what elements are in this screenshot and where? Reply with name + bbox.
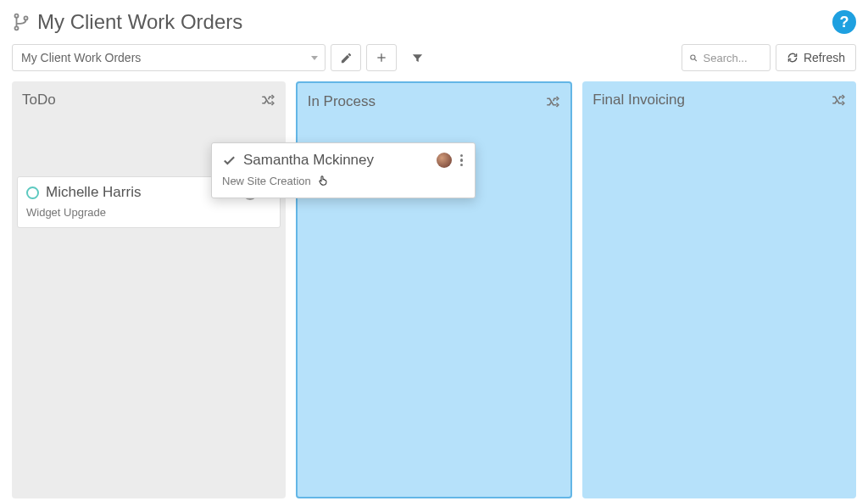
help-icon[interactable]: ? <box>832 10 856 34</box>
shuffle-icon[interactable] <box>260 92 275 108</box>
work-order-card-dragging[interactable]: Samantha Mckinney New Site Creation <box>211 142 476 198</box>
edit-button[interactable] <box>331 44 361 71</box>
branch-icon <box>12 13 31 31</box>
page-header: My Client Work Orders ? <box>12 7 856 42</box>
card-title: Samantha Mckinney <box>243 152 430 169</box>
search-input[interactable] <box>704 52 763 64</box>
page-title: My Client Work Orders <box>37 10 832 34</box>
add-button[interactable] <box>366 44 397 71</box>
check-icon <box>222 153 236 168</box>
view-select-label: My Client Work Orders <box>21 51 141 64</box>
avatar <box>437 153 452 168</box>
toolbar: My Client Work Orders Refresh <box>12 42 856 81</box>
column-title: Final Invoicing <box>593 92 831 109</box>
column-header: ToDo <box>12 81 286 119</box>
refresh-button[interactable]: Refresh <box>776 44 856 71</box>
column-header: In Process <box>298 83 571 120</box>
svg-point-0 <box>14 14 18 18</box>
filter-icon <box>411 52 424 64</box>
svg-point-2 <box>24 16 27 19</box>
column-title: ToDo <box>22 92 260 109</box>
column-title: In Process <box>308 93 546 110</box>
caret-down-icon <box>311 56 318 60</box>
column-header: Final Invoicing <box>582 81 856 119</box>
card-subtitle: New Site Creation <box>222 175 311 187</box>
filter-button[interactable] <box>402 44 432 71</box>
shuffle-icon[interactable] <box>831 92 846 108</box>
svg-point-1 <box>14 26 18 30</box>
pencil-icon <box>340 52 353 64</box>
more-icon[interactable] <box>459 154 465 167</box>
status-open-icon <box>26 186 39 199</box>
refresh-label: Refresh <box>804 51 845 64</box>
svg-point-3 <box>691 54 695 58</box>
refresh-icon <box>787 52 798 64</box>
view-select[interactable]: My Client Work Orders <box>12 44 326 71</box>
column-final-invoicing: Final Invoicing <box>582 81 856 498</box>
plus-icon <box>375 51 388 64</box>
cursor-hand-icon <box>316 174 330 187</box>
kanban-board: ToDo Michelle Harris Widget Upgrade <box>12 81 856 498</box>
card-title: Michelle Harris <box>46 184 236 201</box>
shuffle-icon[interactable] <box>545 94 560 109</box>
card-subtitle: Widget Upgrade <box>26 206 271 219</box>
search-box[interactable] <box>682 44 771 71</box>
search-icon <box>689 53 698 64</box>
column-body[interactable] <box>582 119 856 498</box>
